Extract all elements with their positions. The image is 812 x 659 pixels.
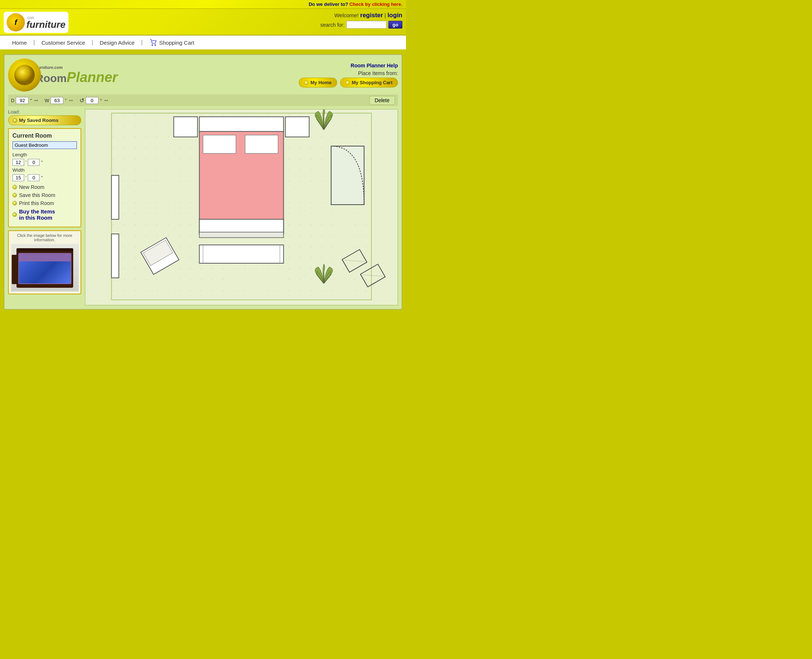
- svg-rect-9: [245, 135, 278, 153]
- toolbar-rotate-arrows: ↔: [103, 97, 109, 104]
- svg-rect-19: [331, 146, 364, 205]
- nav-customer-service[interactable]: Customer Service: [35, 39, 91, 46]
- shopping-cart-label: Shopping Cart: [159, 39, 194, 46]
- product-image-box[interactable]: Click the image below for more informati…: [8, 230, 81, 294]
- logo-icon: f: [6, 13, 25, 32]
- rp-main-row: Load: My Saved Rooms Current Room Length: [8, 109, 398, 305]
- print-room-action[interactable]: Print this Room: [13, 200, 77, 206]
- delivery-bar: Do we deliver to? Check by clicking here…: [0, 0, 406, 9]
- rp-toolbar: D " ↔ W " ↔ ↺ ° ↔ Delete: [8, 95, 398, 106]
- toolbar-d-unit: ": [30, 98, 32, 103]
- header-right: Welcome! register | login search for: go: [320, 12, 402, 28]
- svg-rect-35: [112, 234, 119, 278]
- svg-rect-20: [200, 245, 284, 263]
- room-plan-svg: [85, 109, 397, 304]
- search-label: search for:: [320, 22, 344, 28]
- room-name-input[interactable]: [13, 141, 77, 149]
- cr-actions: New Room Save this Room Print this Room: [13, 184, 77, 221]
- welcome-text: Welcome!: [334, 12, 358, 18]
- save-room-dot: [13, 193, 17, 197]
- rp-logo-circle-svg: [14, 64, 36, 86]
- rotate-icon: ↺: [79, 97, 84, 104]
- svg-point-0: [151, 44, 153, 46]
- save-room-action[interactable]: Save this Room: [13, 192, 77, 198]
- buy-items-label: Buy the Items in this Room: [19, 208, 55, 221]
- rp-help-link[interactable]: Room Planner Help: [299, 63, 398, 68]
- saved-rooms-dot: [13, 118, 17, 123]
- bed-blanket: [19, 262, 71, 283]
- toolbar-d-input[interactable]: [16, 97, 28, 104]
- dresser: [12, 255, 18, 284]
- my-shopping-cart-dot: [345, 80, 350, 85]
- width-inputs: ' ": [13, 174, 77, 181]
- logo-name: furniture: [26, 20, 66, 29]
- toolbar-d-label: D: [11, 98, 14, 103]
- toolbar-w-arrows: ↔: [68, 97, 74, 104]
- footer: [0, 314, 406, 321]
- rp-logo-circle: [8, 58, 41, 91]
- nav-design-advice[interactable]: Design Advice: [93, 39, 141, 46]
- svg-rect-6: [200, 117, 284, 131]
- load-label: Load:: [8, 109, 81, 115]
- search-row: search for: go: [320, 21, 402, 28]
- width-in-input[interactable]: [28, 174, 39, 181]
- svg-point-2: [14, 65, 35, 85]
- register-link[interactable]: register: [360, 12, 383, 19]
- delivery-link[interactable]: Check by clicking here.: [349, 2, 402, 7]
- product-image[interactable]: [11, 244, 79, 292]
- bed-illustration: [11, 244, 79, 292]
- buy-items-action[interactable]: Buy the Items in this Room: [13, 208, 77, 221]
- length-inputs: ' ": [13, 159, 77, 166]
- print-room-dot: [13, 201, 17, 205]
- logo-box: f .com furniture: [4, 12, 68, 33]
- buy-items-dot: [13, 212, 17, 217]
- rp-logo-area: Furniture.com Room Planner: [8, 58, 118, 91]
- my-saved-rooms-button[interactable]: My Saved Rooms: [8, 115, 81, 125]
- svg-rect-11: [200, 232, 284, 238]
- current-room-title: Current Room: [13, 132, 77, 139]
- print-room-label: Print this Room: [19, 200, 54, 206]
- length-ft-input[interactable]: [13, 159, 24, 166]
- toolbar-rotate-group: ↺ ° ↔: [79, 97, 109, 104]
- width-ft-input[interactable]: [13, 174, 24, 181]
- toolbar-rotate-input[interactable]: [86, 97, 98, 104]
- delete-button[interactable]: Delete: [369, 96, 395, 105]
- auth-row: Welcome! register | login: [320, 12, 402, 19]
- nav-shopping-cart[interactable]: Shopping Cart: [143, 38, 201, 46]
- my-shopping-cart-button[interactable]: My Shopping Cart: [340, 77, 398, 88]
- rp-help-place: Room Planner Help Place Items from: My H…: [299, 63, 398, 88]
- rp-logo-planner: Planner: [67, 69, 118, 85]
- rp-logo-fcom: Furniture.com: [36, 65, 118, 69]
- svg-rect-13: [285, 117, 309, 137]
- svg-rect-34: [112, 175, 119, 219]
- new-room-action[interactable]: New Room: [13, 184, 77, 190]
- rp-left-panel: Load: My Saved Rooms Current Room Length: [8, 109, 81, 294]
- rp-place-label: Place Items from:: [299, 70, 398, 76]
- svg-rect-10: [200, 219, 284, 234]
- length-row: Length: [13, 152, 77, 158]
- nav-home[interactable]: Home: [5, 39, 33, 46]
- delivery-question: Do we deliver to?: [309, 2, 348, 7]
- length-in-input[interactable]: [28, 159, 39, 166]
- product-img-label: Click the image below for more informati…: [11, 233, 78, 242]
- svg-point-1: [155, 44, 156, 46]
- logo-area: f .com furniture: [4, 12, 68, 33]
- cart-icon: [149, 38, 158, 46]
- svg-rect-12: [174, 117, 198, 137]
- toolbar-rotate-unit: °: [100, 98, 102, 103]
- toolbar-w-input[interactable]: [50, 97, 63, 104]
- width-label: Width: [13, 167, 25, 173]
- rp-logo-text-box: Furniture.com Room Planner: [36, 65, 118, 85]
- auth-separator: |: [385, 12, 386, 18]
- login-link[interactable]: login: [387, 12, 402, 19]
- my-home-button[interactable]: My Home: [299, 77, 337, 88]
- current-room-box: Current Room Length ' " Width: [8, 128, 81, 227]
- length-label: Length: [13, 152, 27, 158]
- toolbar-w-group: W " ↔: [45, 97, 74, 104]
- room-planner-container: Furniture.com Room Planner Room Planner …: [4, 54, 402, 310]
- rp-canvas[interactable]: [85, 109, 398, 305]
- rp-place-btns: My Home My Shopping Cart: [299, 77, 398, 88]
- go-button[interactable]: go: [388, 21, 402, 28]
- new-room-dot: [13, 185, 17, 189]
- search-input[interactable]: [346, 21, 386, 28]
